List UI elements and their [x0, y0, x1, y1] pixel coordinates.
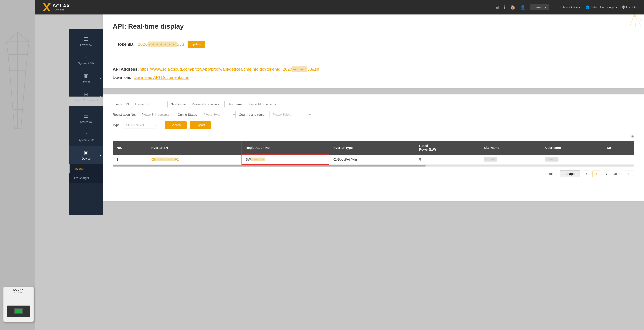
navbar: SOLAX POWER ⊞ ℹ 🏠 👤 ············ ▾ | ℹ U… [36, 0, 644, 14]
token-label: tokenID: [118, 42, 134, 47]
api-address-label: API Address: [113, 67, 139, 72]
power-tower-decoration [3, 32, 32, 129]
sidebar-item-device[interactable]: ▣ Device ▾ [69, 69, 103, 87]
overview2-label: Overview [80, 120, 92, 124]
inverter-sub-label: Inverter [74, 167, 84, 171]
cell-inverter-type: X1-Boost/Air/Mini [329, 155, 416, 164]
system-site2-icon: ⌂ [84, 131, 88, 137]
download-link[interactable]: Download API Documentation [134, 75, 189, 80]
cell-inverter-sn: XB·····················92 [147, 155, 242, 164]
ev-charger-sub-label: EV Charger [74, 176, 89, 180]
country-region-label: Country and region [239, 113, 266, 116]
cell-site-name: ············ [480, 155, 542, 164]
logout-btn[interactable]: ⏻ Log Out [622, 5, 638, 9]
system-site-icon: ⌂ [84, 54, 88, 60]
info-icon[interactable]: ℹ [504, 5, 506, 10]
next-page-btn[interactable]: › [603, 171, 610, 177]
logo-text: SOLAX POWER [53, 3, 70, 11]
filter-row-2: Registration No. Online Status Please Se… [113, 111, 634, 118]
download-label: Download: [113, 75, 132, 80]
sidebar-bottom: ☰ Overview ⌂ System&Site ▣ Device ▴ Inve… [69, 106, 103, 215]
api-panel: API: Real-time display tokenID: 2020····… [103, 14, 644, 88]
sidebar-sub-ev-charger[interactable]: EV Charger [69, 173, 103, 183]
device-table-wrapper: ⊞ No. Inverter SN Registration No. Inver… [113, 134, 634, 167]
table-row: 1 XB·····················92 SW··········… [113, 155, 634, 164]
total-label: Total [546, 172, 552, 176]
cell-rated-power: 5 [416, 155, 480, 164]
device2-icon: ▣ [84, 150, 88, 156]
col-inverter-type: Inverter Type [329, 141, 416, 155]
device2-arrow: ▴ [100, 154, 101, 156]
user-guide-btn[interactable]: ℹ User Guide ▾ [560, 5, 580, 9]
col-site-name: Site Name [480, 141, 542, 155]
overview-icon: ☰ [84, 36, 88, 42]
user-menu[interactable]: ············ ▾ [530, 4, 549, 10]
device-icon: ▣ [84, 73, 88, 79]
inverter-sn-input[interactable] [132, 101, 168, 108]
svg-line-12 [24, 71, 26, 90]
svg-line-23 [634, 14, 644, 22]
type-select[interactable]: Please Select [123, 122, 158, 129]
svg-marker-19 [43, 3, 51, 11]
country-region-select[interactable]: Please Select [270, 111, 311, 118]
monitor-icon[interactable]: ⊞ [496, 5, 499, 10]
svg-line-15 [22, 90, 24, 109]
username-input[interactable] [246, 101, 281, 108]
cell-no: 1 [113, 155, 147, 164]
device-table: No. Inverter SN Registration No. Inverte… [113, 141, 634, 165]
logo-icon [42, 2, 52, 12]
bell-icon[interactable]: 🏠 [510, 5, 515, 10]
online-status-label: Online Status [178, 113, 197, 116]
site-name-input[interactable] [189, 101, 224, 108]
select-language-btn[interactable]: 🌐 Select Language ▾ [586, 5, 617, 9]
col-inverter-sn: Inverter SN [147, 141, 242, 155]
sidebar-item-overview2[interactable]: ☰ Overview [69, 109, 103, 127]
logo-solax: SOLAX [53, 3, 70, 8]
cell-da [603, 155, 634, 164]
per-page-select[interactable]: 10/page [560, 170, 580, 177]
logout-label: Log Out [626, 5, 638, 9]
username-filter-label: Username [228, 102, 243, 106]
prev-page-btn[interactable]: ‹ [583, 171, 590, 177]
search-button[interactable]: Search [165, 121, 186, 129]
device-list-panel: Inverter SN Site Name Username Registrat… [103, 94, 644, 201]
sidebar-item-overview[interactable]: ☰ Overview [69, 32, 103, 51]
filter-row-3: Type Please Select Search Export [113, 121, 634, 129]
filter-row-1: Inverter SN Site Name Username [113, 101, 634, 108]
user-icon[interactable]: 👤 [520, 5, 525, 10]
user-guide-icon: ℹ [560, 5, 561, 9]
page-1-btn[interactable]: 1 [592, 171, 600, 177]
cell-username: ············ [542, 155, 603, 164]
api-address-url[interactable]: https://www.solaxcloud.com/proxyApp/prox… [140, 66, 322, 72]
sidebar-item-system-site[interactable]: ⌂ System&Site [69, 51, 103, 69]
divider [113, 62, 634, 62]
api-address-section: API Address: https://www.solaxcloud.com/… [113, 67, 634, 72]
sidebar-item-device2[interactable]: ▣ Device ▴ [69, 146, 103, 164]
svg-line-2 [6, 32, 18, 42]
total-count: 1 [555, 172, 557, 176]
registration-no-input[interactable] [139, 111, 174, 118]
type-label: Type [113, 123, 120, 127]
goto-input[interactable] [623, 171, 634, 177]
export-button[interactable]: Export [190, 121, 211, 129]
sidebar-sub-inverter[interactable]: Inverter [69, 164, 103, 173]
system-site-label: System&Site [78, 62, 94, 65]
svg-line-9 [26, 55, 27, 71]
system-site2-label: System&Site [78, 139, 94, 142]
table-scrollbar[interactable] [113, 165, 634, 167]
update-token-button[interactable]: update [188, 41, 205, 48]
grid-view-icon[interactable]: ⊞ [631, 134, 634, 139]
download-section: Download: Download API Documentation [113, 75, 634, 80]
svg-line-17 [13, 109, 14, 129]
sidebar-item-system-site2[interactable]: ⌂ System&Site [69, 127, 103, 146]
logo: SOLAX POWER [42, 2, 70, 12]
online-status-select[interactable]: Please Select [200, 111, 236, 118]
svg-line-20 [630, 14, 634, 27]
user-guide-label: User Guide [562, 5, 578, 9]
device-arrow: ▾ [100, 77, 101, 80]
panel-title: API: Real-time display [113, 22, 634, 30]
device2-label: Device [82, 157, 90, 160]
inverter-device-image: SOLAX POWER [3, 287, 34, 322]
inverter-sn-label: Inverter SN [113, 102, 129, 106]
svg-line-11 [10, 71, 11, 90]
